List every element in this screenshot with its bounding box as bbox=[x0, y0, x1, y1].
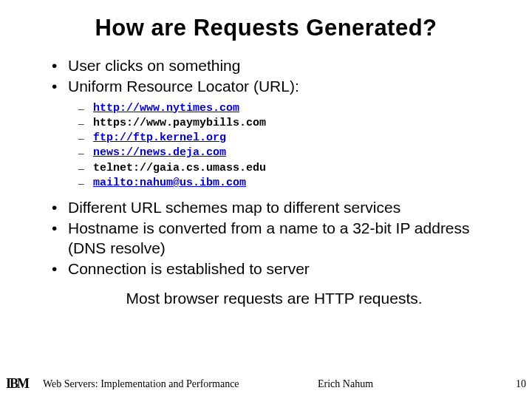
url-link[interactable]: ftp://ftp.kernel.org bbox=[93, 132, 226, 144]
bullet-item: Different URL schemes map to different s… bbox=[52, 198, 497, 217]
ibm-logo: IBM bbox=[6, 376, 28, 392]
url-link[interactable]: news://news.deja.com bbox=[93, 146, 226, 159]
slide-title: How are Requests Generated? bbox=[0, 0, 532, 41]
url-item: telnet://gaia.cs.umass.edu bbox=[78, 161, 497, 176]
url-list: http://www.nytimes.com https://www.paymy… bbox=[52, 101, 497, 191]
bullet-item: User clicks on something bbox=[52, 56, 497, 75]
bullet-item: Connection is established to server bbox=[52, 259, 497, 279]
url-item: http://www.nytimes.com bbox=[78, 101, 497, 116]
url-text: telnet://gaia.cs.umass.edu bbox=[93, 162, 266, 174]
footer-author: Erich Nahum bbox=[318, 378, 373, 390]
slide: How are Requests Generated? User clicks … bbox=[0, 0, 532, 399]
url-link[interactable]: mailto:nahum@us.ibm.com bbox=[93, 177, 246, 189]
url-text: https://www.paymybills.com bbox=[93, 117, 266, 129]
slide-body: User clicks on something Uniform Resourc… bbox=[0, 41, 532, 308]
page-number: 10 bbox=[516, 378, 526, 390]
url-link[interactable]: http://www.nytimes.com bbox=[93, 102, 239, 115]
bullet-item: Hostname is converted from a name to a 3… bbox=[52, 219, 497, 258]
footer: IBM Web Servers: Implementation and Perf… bbox=[0, 374, 532, 392]
footer-title: Web Servers: Implementation and Performa… bbox=[43, 378, 239, 390]
url-item: https://www.paymybills.com bbox=[78, 116, 497, 131]
bullet-list-top: User clicks on something Uniform Resourc… bbox=[52, 56, 497, 97]
url-item: mailto:nahum@us.ibm.com bbox=[78, 176, 497, 191]
callout-text: Most browser requests are HTTP requests. bbox=[52, 289, 497, 308]
bullet-item: Uniform Resource Locator (URL): bbox=[52, 77, 497, 96]
url-item: ftp://ftp.kernel.org bbox=[78, 131, 497, 146]
bullet-list-bottom: Different URL schemes map to different s… bbox=[52, 198, 497, 279]
url-item: news://news.deja.com bbox=[78, 146, 497, 160]
